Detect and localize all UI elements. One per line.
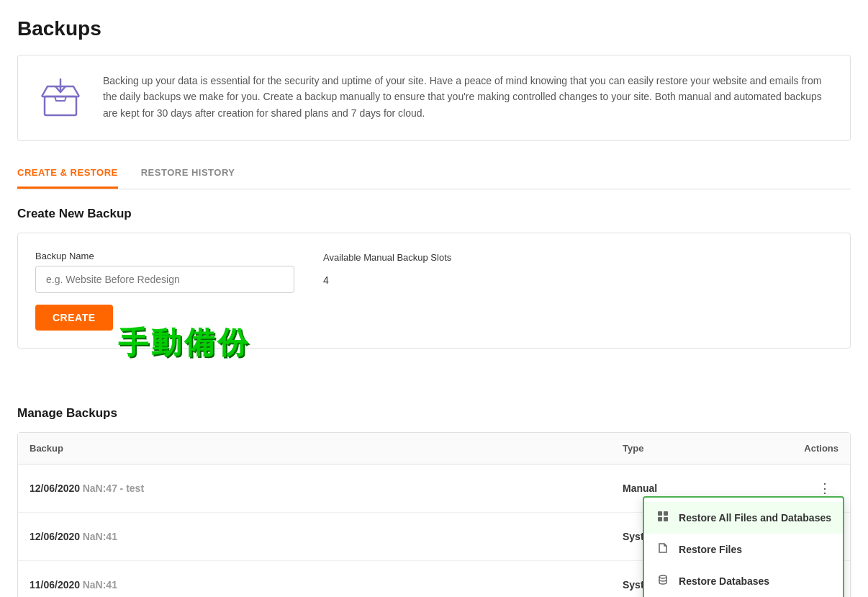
backup-cell: 12/06/2020 NaN:47 - test	[30, 482, 623, 494]
col-header-backup: Backup	[30, 443, 623, 454]
tab-create-restore[interactable]: CREATE & RESTORE	[17, 158, 118, 189]
backups-table: Backup Type Actions 12/06/2020 NaN:47 - …	[17, 432, 851, 597]
backup-time: NaN:41	[83, 531, 117, 542]
dropdown-item-restore-files[interactable]: Restore Files	[644, 534, 843, 565]
dropdown-label: Restore Files	[679, 544, 742, 555]
backup-date: 11/06/2020	[30, 579, 80, 591]
type-cell: Manual	[623, 482, 752, 494]
database-icon	[656, 574, 670, 588]
col-header-type: Type	[623, 443, 752, 454]
actions-cell: ⋮ Restore All Files and Databases	[752, 476, 838, 501]
backup-name: - test	[120, 482, 144, 494]
info-box: Backing up your data is essential for th…	[17, 55, 851, 141]
dropdown-item-restore-all[interactable]: Restore All Files and Databases	[644, 502, 843, 534]
backup-icon	[35, 73, 86, 123]
table-row: 12/06/2020 NaN:47 - test Manual ⋮	[18, 464, 850, 513]
svg-rect-0	[45, 96, 76, 115]
file-icon	[656, 542, 670, 557]
backup-name-label: Backup Name	[35, 251, 294, 261]
grid-icon	[656, 511, 670, 525]
page-title: Backups	[17, 17, 851, 40]
info-description: Backing up your data is essential for th…	[103, 73, 833, 121]
dropdown-item-restore-databases[interactable]: Restore Databases	[644, 565, 843, 597]
backup-date: 12/06/2020	[30, 482, 80, 494]
slots-label: Available Manual Backup Slots	[323, 252, 451, 263]
backup-date: 12/06/2020	[30, 531, 80, 542]
table-header: Backup Type Actions	[18, 433, 850, 464]
slots-value: 4	[323, 267, 451, 293]
create-section-title: Create New Backup	[17, 207, 851, 221]
tab-restore-history[interactable]: RESTORE HISTORY	[141, 158, 235, 189]
create-form: Backup Name Available Manual Backup Slot…	[17, 233, 851, 349]
dropdown-label: Restore All Files and Databases	[679, 512, 831, 524]
dropdown-label: Restore Databases	[679, 575, 769, 587]
manage-section: Manage Backups Backup Type Actions 12/06…	[17, 406, 851, 597]
backup-cell: 12/06/2020 NaN:41	[30, 531, 623, 542]
backup-cell: 11/06/2020 NaN:41	[30, 579, 623, 591]
col-header-actions: Actions	[752, 443, 838, 454]
backup-time: NaN:47	[83, 482, 117, 494]
svg-rect-5	[658, 517, 662, 521]
actions-dropdown: Restore All Files and Databases Restore …	[643, 496, 844, 597]
backup-name-input[interactable]	[35, 266, 294, 293]
tabs-container: CREATE & RESTORE RESTORE HISTORY	[17, 158, 851, 189]
svg-rect-6	[664, 517, 668, 521]
svg-rect-4	[664, 511, 668, 516]
svg-rect-3	[658, 511, 662, 516]
backup-time: NaN:41	[83, 579, 117, 591]
svg-point-7	[659, 575, 666, 578]
manage-section-title: Manage Backups	[17, 406, 851, 421]
create-button[interactable]: CREATE	[35, 305, 113, 331]
